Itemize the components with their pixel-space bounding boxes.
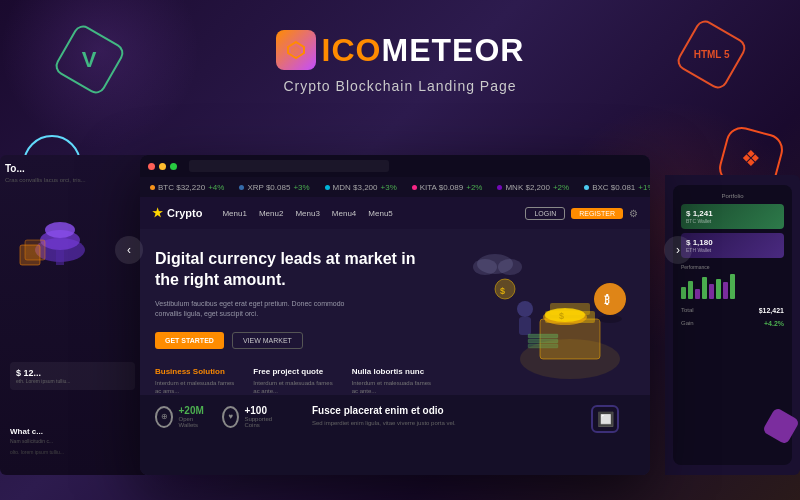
left-panel-title: To... Cras convallis lacus orci, tris... xyxy=(5,163,86,185)
hero-description: Vestibulum faucibus eget erat eget preti… xyxy=(155,299,355,320)
ticker-xrp: XRP $0.085 +3% xyxy=(239,183,309,192)
browser-mockup: BTC $32,220 +4% XRP $0.085 +3% MDN $3,20… xyxy=(140,155,650,475)
browser-nav: ★ Crypto Menu1 Menu2 Menu3 Menu4 Menu5 L… xyxy=(140,197,650,229)
svg-rect-20 xyxy=(519,317,531,335)
bottom-text-section: Fusce placerat enim et odio Sed imperdie… xyxy=(297,405,555,427)
hero-title: Digital currency leads at market in the … xyxy=(155,249,435,291)
svg-text:₿: ₿ xyxy=(604,294,610,306)
browser-bottom: ⊕ +20M Open Wallets ♥ +100 Supported Coi… xyxy=(140,395,650,475)
feature-business-title: Business Solution xyxy=(155,367,238,376)
nav-menu: Menu1 Menu2 Menu3 Menu4 Menu5 xyxy=(222,209,392,218)
svg-rect-22 xyxy=(528,339,558,343)
feature-quote-title: Free project quote xyxy=(253,367,336,376)
nav-menu-4[interactable]: Menu4 xyxy=(332,209,356,218)
nav-menu-3[interactable]: Menu3 xyxy=(295,209,319,218)
nav-menu-5[interactable]: Menu5 xyxy=(368,209,392,218)
features-row: Business Solution Interdum et malesuada … xyxy=(155,367,435,396)
browser-dot-fullscreen xyxy=(170,163,177,170)
ticker-kita: KITA $0.089 +2% xyxy=(412,183,483,192)
phone-card-btc: $ 1,241 BTC Wallet xyxy=(681,204,784,229)
feature-nulla-title: Nulla lobortis nunc xyxy=(352,367,435,376)
gear-icon[interactable]: ⚙ xyxy=(629,208,638,219)
left-price-card: $ 12... eth. Lorem ipsum tulliu... xyxy=(10,362,135,395)
left-panel: To... Cras convallis lacus orci, tris...… xyxy=(0,155,145,475)
phone-numbers: Total $12,421 Gain +4.2% xyxy=(681,307,784,327)
nav-actions: LOGIN REGISTER ⚙ xyxy=(525,207,638,220)
browser-dot-minimize xyxy=(159,163,166,170)
get-started-button[interactable]: GET STARTED xyxy=(155,332,224,349)
ticker-mnk: MNK $2,200 +2% xyxy=(497,183,569,192)
feature-quote-desc: Interdum et malesuada fames ac ante... xyxy=(253,379,336,396)
logo-container: ICOMETEOR xyxy=(0,30,800,70)
svg-point-4 xyxy=(45,222,75,238)
hero-buttons: GET STARTED VIEW MARKET xyxy=(155,332,435,349)
svg-rect-5 xyxy=(56,250,64,265)
nav-menu-2[interactable]: Menu2 xyxy=(259,209,283,218)
page-subtitle: Crypto Blockchain Landing Page xyxy=(0,78,800,94)
view-market-button[interactable]: VIEW MARKET xyxy=(232,332,303,349)
ticker-mdn: MDN $3,200 +3% xyxy=(325,183,397,192)
svg-point-13 xyxy=(545,308,585,322)
logo-ico-part: ICO xyxy=(322,32,382,68)
svg-point-26 xyxy=(498,259,522,275)
star-icon: ★ xyxy=(152,206,163,220)
bottom-icon: 🔲 xyxy=(575,405,635,433)
browser-dot-close xyxy=(148,163,155,170)
iso-tree-graphic xyxy=(10,195,110,299)
feature-business: Business Solution Interdum et malesuada … xyxy=(155,367,238,396)
left-sub-section: What c... Nam sollicitudin c... olto. lo… xyxy=(10,427,64,456)
feature-quote: Free project quote Interdum et malesuada… xyxy=(253,367,336,396)
header: ICOMETEOR Crypto Blockchain Landing Page xyxy=(0,0,800,94)
ticker-bxc: BXC $0.081 +1% xyxy=(584,183,650,192)
ticker-bar: BTC $32,220 +4% XRP $0.085 +3% MDN $3,20… xyxy=(140,177,650,197)
figma-icon: ❖ xyxy=(741,146,761,172)
browser-top-bar xyxy=(140,155,650,177)
logo-icon xyxy=(276,30,316,70)
feature-business-desc: Interdum et malesuada fames ac ams... xyxy=(155,379,238,396)
svg-text:$: $ xyxy=(500,286,505,296)
svg-marker-1 xyxy=(291,46,301,56)
svg-point-18 xyxy=(598,315,622,323)
nav-arrow-left[interactable]: ‹ xyxy=(115,236,143,264)
feature-nulla-desc: Interdum et malesuada fames ac ante... xyxy=(352,379,435,396)
nav-arrow-right[interactable]: › xyxy=(664,236,692,264)
svg-text:$: $ xyxy=(559,311,564,321)
svg-point-19 xyxy=(517,301,533,317)
phone-card-eth: $ 1,180 ETH Wallet xyxy=(681,233,784,258)
svg-rect-21 xyxy=(528,334,558,338)
site-logo-text: Crypto xyxy=(167,207,202,219)
bottom-stats: ⊕ +20M Open Wallets ♥ +100 Supported Coi… xyxy=(155,405,277,430)
logo-meteor-part: METEOR xyxy=(382,32,525,68)
svg-rect-7 xyxy=(25,240,45,260)
stat-coins: ♥ +100 Supported Coins xyxy=(222,405,277,430)
svg-point-16 xyxy=(594,283,626,315)
stat-wallets: ⊕ +20M Open Wallets xyxy=(155,405,207,430)
phone-chart: Performance xyxy=(681,264,784,299)
svg-point-25 xyxy=(473,259,497,275)
svg-rect-23 xyxy=(528,344,558,348)
login-button[interactable]: LOGIN xyxy=(525,207,565,220)
ticker-btc: BTC $32,220 +4% xyxy=(150,183,224,192)
feature-nulla: Nulla lobortis nunc Interdum et malesuad… xyxy=(352,367,435,396)
logo-text: ICOMETEOR xyxy=(322,32,525,69)
nav-menu-1[interactable]: Menu1 xyxy=(222,209,246,218)
register-button[interactable]: REGISTER xyxy=(571,208,623,219)
site-logo: ★ Crypto xyxy=(152,206,202,220)
